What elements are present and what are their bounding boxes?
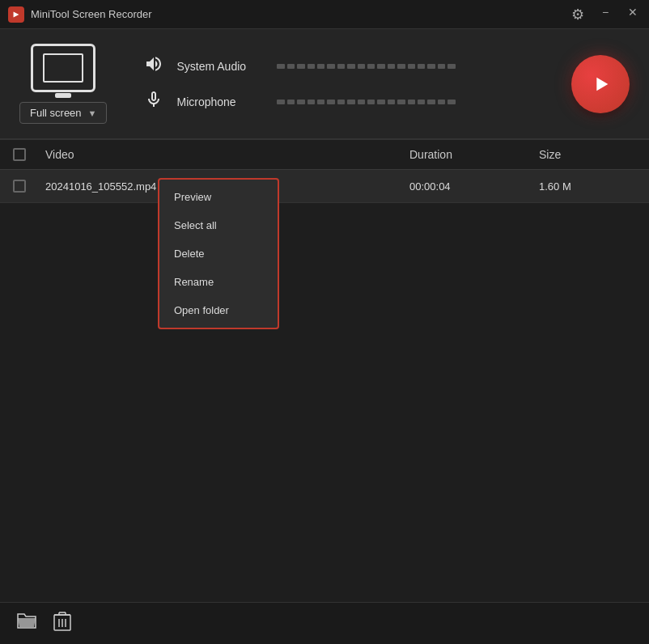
audio-section: System Audio Microphone — [126, 54, 552, 114]
context-preview[interactable]: Preview — [159, 183, 278, 211]
context-open-folder[interactable]: Open folder — [159, 296, 278, 324]
screen-inner-icon — [43, 53, 83, 83]
table-row[interactable]: 20241016_105552.mp4 00:00:04 1.60 M Prev… — [0, 170, 649, 203]
speaker-icon — [142, 54, 165, 78]
row-size: 1.60 M — [539, 180, 636, 193]
system-audio-row: System Audio — [142, 54, 536, 78]
microphone-icon — [142, 90, 165, 114]
row-checkbox[interactable] — [13, 180, 26, 193]
context-rename[interactable]: Rename — [159, 268, 278, 296]
microphone-label: Microphone — [176, 95, 265, 108]
top-panel: Full screen ▼ System Audio — [0, 29, 649, 140]
dropdown-arrow-icon: ▼ — [88, 108, 97, 118]
capture-section: Full screen ▼ — [19, 44, 107, 124]
context-delete[interactable]: Delete — [159, 239, 278, 268]
delete-icon[interactable] — [53, 611, 71, 637]
capture-mode-dropdown[interactable]: Full screen ▼ — [19, 102, 107, 124]
record-button[interactable] — [571, 55, 630, 113]
col-size: Size — [539, 148, 636, 161]
window-controls: ⚙ − ✕ — [570, 6, 641, 23]
screen-capture-icon — [31, 44, 95, 92]
minimize-button[interactable]: − — [597, 6, 613, 23]
row-duration: 00:00:04 — [409, 180, 539, 193]
col-video: Video — [45, 148, 409, 161]
context-select-all[interactable]: Select all — [159, 211, 278, 239]
open-folder-icon[interactable] — [16, 612, 37, 635]
close-button[interactable]: ✕ — [625, 6, 641, 23]
settings-icon[interactable]: ⚙ — [570, 6, 586, 23]
capture-mode-label: Full screen — [30, 107, 82, 119]
system-audio-label: System Audio — [176, 60, 265, 73]
system-audio-meter — [277, 64, 455, 69]
main-content: Full screen ▼ System Audio — [0, 29, 649, 644]
table-header: Video Duration Size — [0, 140, 649, 170]
svg-marker-0 — [14, 11, 19, 17]
bottom-bar — [0, 602, 649, 644]
header-checkbox[interactable] — [13, 148, 26, 161]
context-menu: Preview Select all Delete Rename Open fo… — [158, 178, 279, 329]
title-bar: MiniTool Screen Recorder ⚙ − ✕ — [0, 0, 649, 29]
video-table: Video Duration Size 20241016_105552.mp4 … — [0, 140, 649, 602]
svg-marker-1 — [596, 77, 608, 90]
app-logo — [8, 6, 24, 23]
microphone-row: Microphone — [142, 90, 536, 114]
app-title: MiniTool Screen Recorder — [31, 8, 570, 20]
col-duration: Duration — [409, 148, 539, 161]
microphone-meter — [277, 100, 455, 104]
